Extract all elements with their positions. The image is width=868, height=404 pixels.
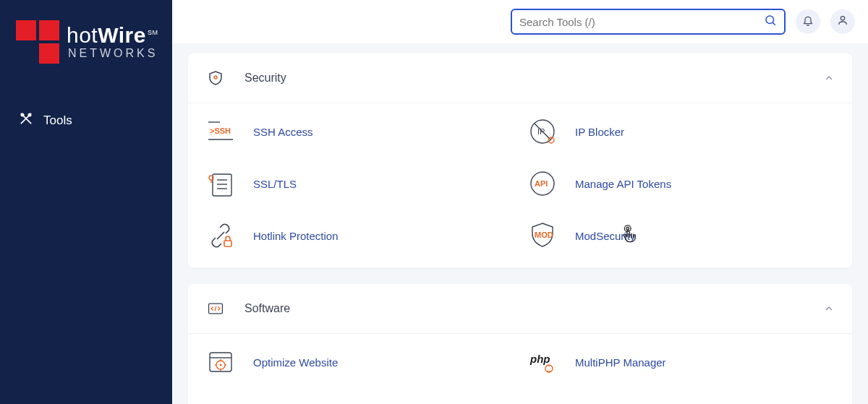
ssh-icon: >SSH bbox=[205, 116, 236, 147]
ip-blocker-icon: IP bbox=[527, 116, 558, 147]
api-icon: API bbox=[527, 168, 558, 199]
tool-api-tokens[interactable]: API Manage API Tokens bbox=[527, 168, 835, 199]
tool-ssh-access[interactable]: >SSH SSH Access bbox=[205, 116, 513, 147]
sidebar-item-label: Tools bbox=[43, 113, 72, 128]
panel-software: Software Optimize Website php Mul bbox=[188, 284, 852, 404]
tool-ip-blocker[interactable]: IP IP Blocker bbox=[527, 116, 835, 147]
tool-multiphp-ini[interactable]: php MultiPHP INI Editor bbox=[205, 399, 513, 404]
tool-hotlink-protection[interactable]: Hotlink Protection bbox=[205, 220, 513, 251]
svg-text:IP: IP bbox=[537, 127, 545, 136]
tool-optimize-website[interactable]: Optimize Website bbox=[205, 347, 513, 377]
code-icon bbox=[205, 298, 226, 319]
sidebar-item-tools[interactable]: Tools bbox=[0, 103, 172, 138]
shield-icon bbox=[205, 68, 226, 88]
account-button[interactable] bbox=[830, 9, 855, 34]
svg-text:php: php bbox=[529, 353, 550, 365]
user-icon bbox=[837, 14, 848, 29]
tool-label: Hotlink Protection bbox=[253, 230, 339, 242]
search-input[interactable] bbox=[519, 16, 764, 28]
chevron-up-icon bbox=[823, 72, 835, 84]
svg-rect-23 bbox=[224, 241, 231, 246]
svg-text:API: API bbox=[535, 179, 548, 188]
svg-point-13 bbox=[550, 139, 552, 140]
svg-point-26 bbox=[626, 228, 629, 231]
svg-point-4 bbox=[841, 17, 844, 20]
tool-ssl-tls[interactable]: SSL/TLS bbox=[205, 168, 513, 199]
php-ini-icon: php bbox=[205, 399, 236, 404]
cursor-hand-icon bbox=[621, 225, 642, 245]
tool-modsecurity[interactable]: MOD ModSecurity bbox=[527, 220, 835, 251]
brand-logo: hotWireSM NETWORKS bbox=[0, 13, 172, 85]
sidebar-nav: Tools bbox=[0, 103, 172, 138]
panel-title: Security bbox=[244, 72, 823, 85]
logo-mark bbox=[16, 20, 59, 64]
main: Security >SSH SSH Access IP IP Blo bbox=[172, 0, 868, 404]
search-box[interactable] bbox=[511, 9, 786, 35]
svg-point-31 bbox=[220, 364, 222, 366]
tool-label: IP Blocker bbox=[575, 126, 624, 138]
panel-header-software[interactable]: Software bbox=[188, 284, 852, 334]
sidebar: hotWireSM NETWORKS Tools bbox=[0, 0, 172, 404]
svg-point-2 bbox=[766, 16, 774, 24]
tool-multiphp-manager[interactable]: php MultiPHP Manager bbox=[527, 347, 835, 377]
bell-icon bbox=[802, 14, 814, 29]
tool-label: Optimize Website bbox=[253, 356, 338, 369]
tool-label: SSH Access bbox=[253, 126, 313, 138]
svg-line-22 bbox=[217, 232, 224, 239]
logo-title: hotWireSM bbox=[67, 25, 158, 46]
panel-security: Security >SSH SSH Access IP IP Blo bbox=[188, 53, 852, 268]
chevron-up-icon bbox=[823, 303, 835, 314]
hotlink-icon bbox=[205, 220, 236, 251]
svg-rect-14 bbox=[213, 174, 231, 196]
modsecurity-icon: MOD bbox=[527, 220, 558, 251]
logo-subtitle: NETWORKS bbox=[67, 48, 158, 59]
svg-rect-28 bbox=[210, 353, 231, 371]
svg-point-12 bbox=[548, 137, 554, 143]
svg-point-25 bbox=[624, 225, 631, 232]
tool-label: Manage API Tokens bbox=[575, 178, 671, 190]
panel-title: Software bbox=[244, 302, 823, 315]
panel-header-security[interactable]: Security bbox=[188, 53, 852, 103]
svg-point-5 bbox=[214, 76, 217, 79]
svg-line-3 bbox=[773, 22, 775, 25]
topbar bbox=[172, 0, 868, 43]
ssl-icon bbox=[205, 168, 236, 199]
tool-label: SSL/TLS bbox=[253, 178, 297, 190]
notifications-button[interactable] bbox=[796, 9, 820, 34]
php-manager-icon: php bbox=[527, 347, 558, 377]
content: Security >SSH SSH Access IP IP Blo bbox=[172, 43, 868, 404]
tool-label: MultiPHP Manager bbox=[575, 356, 666, 369]
optimize-icon bbox=[205, 347, 236, 377]
tools-icon bbox=[19, 111, 33, 129]
svg-text:MOD: MOD bbox=[535, 231, 553, 239]
svg-text:>SSH: >SSH bbox=[210, 126, 231, 135]
search-icon[interactable] bbox=[764, 14, 777, 30]
